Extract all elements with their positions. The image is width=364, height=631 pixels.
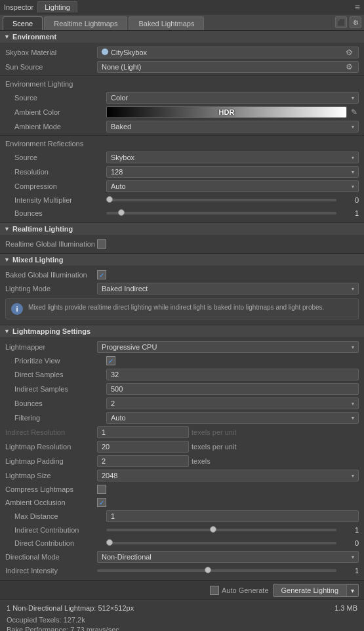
prioritize-checkbox-wrapper[interactable] — [106, 356, 359, 365]
ao-checkbox-wrapper[interactable] — [97, 498, 359, 507]
indirect-intensity-slider-row[interactable]: 1 — [97, 567, 359, 575]
max-dist-input[interactable] — [106, 510, 359, 522]
pencil-icon[interactable]: ✎ — [350, 108, 359, 117]
indirect-contrib-row: Indirect Contribution 1 — [0, 523, 364, 537]
direct-samples-input[interactable] — [106, 369, 359, 380]
filtering-value[interactable]: Auto ▾ — [106, 412, 359, 424]
compression-value[interactable]: Auto ▾ — [106, 180, 359, 192]
compress-checkbox-wrapper[interactable] — [97, 485, 359, 494]
realtime-header[interactable]: ▼ Realtime Lighting — [0, 223, 364, 235]
environment-title: Environment — [12, 33, 56, 41]
realtime-arrow: ▼ — [4, 226, 10, 232]
lightmap-padding-input-row[interactable]: texels — [97, 455, 359, 467]
intensity-slider-row[interactable]: 0 — [106, 196, 359, 204]
intensity-thumb[interactable] — [106, 196, 113, 203]
indirect-contrib-slider[interactable] — [106, 529, 336, 531]
direct-samples-field[interactable] — [106, 369, 359, 380]
max-dist-field[interactable] — [106, 510, 359, 522]
auto-generate-checkbox[interactable] — [210, 586, 219, 595]
icon-settings[interactable]: ⚙ — [350, 16, 361, 28]
prioritize-label: Prioritize View — [5, 357, 106, 365]
compression-dropdown[interactable]: Auto ▾ — [106, 180, 359, 192]
direct-contrib-slider[interactable] — [106, 542, 336, 544]
refl-source-value[interactable]: Skybox ▾ — [106, 152, 359, 163]
tab-realtime-lightmaps[interactable]: Realtime Lightmaps — [44, 16, 127, 30]
lighting-mode-arrow: ▾ — [352, 286, 354, 292]
main-content: ▼ Environment Skybox Material CitySkybox… — [0, 31, 364, 631]
lm-bounces-value[interactable]: 2 ▾ — [106, 397, 359, 409]
ambient-mode-value[interactable]: Baked ▾ — [106, 121, 359, 132]
skybox-material-dropdown[interactable]: CitySkybox ⚙ — [97, 47, 359, 58]
sun-source-value[interactable]: None (Light) ⚙ — [97, 61, 359, 73]
directional-value[interactable]: Non-Directional ▾ — [97, 551, 359, 563]
lightmap-res-field[interactable] — [97, 441, 189, 453]
lightmapper-value[interactable]: Progressive CPU ▾ — [97, 341, 359, 353]
sun-gear-icon[interactable]: ⚙ — [344, 62, 354, 71]
max-dist-row: Max Distance — [0, 509, 364, 523]
lightmap-size-dropdown[interactable]: 2048 ▾ — [97, 470, 359, 481]
menu-dots[interactable]: ≡ — [355, 2, 360, 12]
skybox-gear-icon[interactable]: ⚙ — [344, 48, 354, 57]
indirect-samples-input[interactable] — [106, 383, 359, 395]
lighting-mode-value[interactable]: Baked Indirect ▾ — [97, 283, 359, 295]
indirect-intensity-row: Indirect Intensity 1 — [0, 564, 364, 577]
generate-btn-main[interactable]: Generate Lighting — [273, 584, 346, 596]
env-bounces-row: Bounces 1 — [0, 207, 364, 220]
indirect-intensity-slider[interactable] — [97, 569, 336, 572]
auto-generate-label: Auto Generate — [222, 586, 269, 594]
filtering-dropdown[interactable]: Auto ▾ — [106, 412, 359, 424]
intensity-slider[interactable] — [106, 199, 336, 201]
source-color-dropdown[interactable]: Color ▾ — [106, 92, 359, 104]
lighting-mode-dropdown[interactable]: Baked Indirect ▾ — [97, 283, 359, 295]
lm-bounces-dropdown[interactable]: 2 ▾ — [106, 397, 359, 409]
source-dropdown[interactable]: Color ▾ — [106, 92, 359, 104]
lighting-tab[interactable]: Lighting — [37, 1, 77, 12]
ambient-mode-dropdown[interactable]: Baked ▾ — [106, 121, 359, 132]
skybox-material-value[interactable]: CitySkybox ⚙ — [97, 47, 359, 58]
auto-generate-row[interactable]: Auto Generate — [210, 586, 269, 595]
indirect-contrib-slider-row[interactable]: 1 — [106, 526, 359, 534]
ambient-color-value[interactable]: HDR ✎ — [106, 106, 359, 118]
env-bounces-slider[interactable] — [106, 212, 336, 214]
indirect-contrib-thumb[interactable] — [210, 526, 216, 533]
lightmap-size-arrow: ▾ — [352, 473, 354, 479]
resolution-dropdown[interactable]: 128 ▾ — [106, 166, 359, 178]
mixed-header[interactable]: ▼ Mixed Lighting — [0, 254, 364, 266]
realtime-gi-checkbox-wrapper[interactable] — [97, 239, 359, 249]
baked-gi-checkbox[interactable] — [97, 270, 106, 279]
skybox-dot — [102, 49, 108, 55]
environment-header[interactable]: ▼ Environment — [0, 31, 364, 43]
resolution-value[interactable]: 128 ▾ — [106, 166, 359, 178]
env-bounces-thumb[interactable] — [118, 209, 125, 216]
tab-scene[interactable]: Scene — [3, 16, 43, 30]
lightmap-padding-label: Lightmap Padding — [5, 457, 97, 465]
ao-checkbox[interactable] — [97, 498, 106, 507]
direct-contrib-slider-row[interactable]: 0 — [106, 539, 359, 547]
prioritize-checkbox[interactable] — [106, 356, 115, 365]
lightmap-padding-field[interactable] — [97, 455, 189, 467]
hdr-bar[interactable]: HDR — [106, 106, 347, 118]
tab-baked-lightmaps[interactable]: Baked Lightmaps — [129, 16, 204, 30]
realtime-gi-checkbox[interactable] — [97, 239, 106, 249]
lightmapping-title: Lightmapping Settings — [12, 327, 91, 335]
env-bounces-slider-row[interactable]: 1 — [106, 209, 359, 217]
direct-contrib-thumb[interactable] — [106, 539, 113, 546]
refl-source-dropdown[interactable]: Skybox ▾ — [106, 152, 359, 163]
compress-checkbox[interactable] — [97, 485, 106, 494]
generate-btn[interactable]: Generate Lighting ▾ — [273, 584, 359, 597]
icon-scene-view[interactable]: ⬛ — [335, 16, 347, 28]
lightmapping-header[interactable]: ▼ Lightmapping Settings — [0, 325, 364, 337]
lightmap-res-input-row[interactable]: texels per unit — [97, 441, 359, 453]
generate-btn-arrow[interactable]: ▾ — [346, 585, 358, 596]
baked-gi-checkbox-wrapper[interactable] — [97, 270, 359, 279]
lightmap-size-value[interactable]: 2048 ▾ — [97, 470, 359, 481]
indirect-res-input-row[interactable]: texels per unit — [97, 426, 359, 438]
directional-dropdown[interactable]: Non-Directional ▾ — [97, 551, 359, 563]
lightmapper-dropdown[interactable]: Progressive CPU ▾ — [97, 341, 359, 353]
indirect-samples-field[interactable] — [106, 383, 359, 395]
sun-source-row: Sun Source None (Light) ⚙ — [0, 60, 364, 74]
source-row: Source Color ▾ — [0, 91, 364, 105]
indirect-intensity-thumb[interactable] — [205, 567, 211, 573]
indirect-res-field[interactable] — [97, 426, 189, 438]
sun-source-dropdown[interactable]: None (Light) ⚙ — [97, 61, 359, 73]
